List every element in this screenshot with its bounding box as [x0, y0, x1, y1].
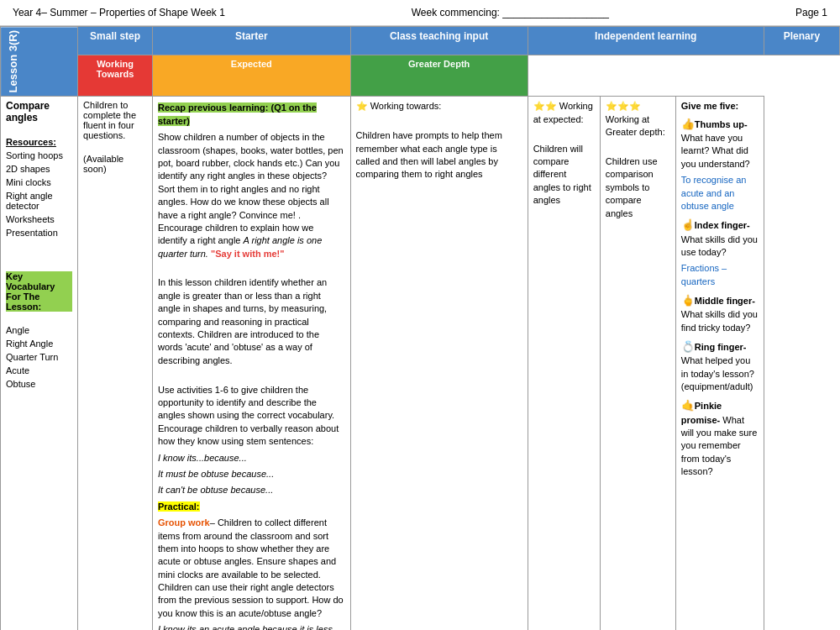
pinkie-icon: 🤙: [681, 399, 695, 412]
col-plenary: Plenary: [764, 27, 839, 55]
recap-body: Show children a number of objects in the…: [158, 131, 345, 260]
resource-presentation: Presentation: [6, 228, 72, 238]
starter-note: (Available soon): [83, 154, 147, 174]
stem3: It can't be obtuse because...: [158, 484, 345, 496]
recap-label: Recap previous learning: (Q1 on the star…: [158, 102, 317, 125]
plenary-pinkie: 🤙Pinkie promise- What will you make sure…: [681, 398, 759, 478]
thumb-link: To recognise an acute and an obtuse angl…: [681, 174, 759, 213]
col-class-teaching: Class teaching input: [350, 27, 528, 55]
resource-worksheets: Worksheets: [6, 214, 72, 224]
header-middle: Week commencing: ___________________: [412, 7, 609, 18]
vocab-quarter-turn: Quarter Turn: [6, 352, 72, 362]
resource-mini-clocks: Mini clocks: [6, 177, 72, 187]
gd-body: Children use comparison symbols to compa…: [606, 155, 670, 220]
small-step-cell: Compare angles Resources: Sorting hoops …: [1, 97, 78, 630]
col-small-step: Small step: [78, 27, 153, 55]
index-icon: ☝️: [681, 218, 695, 231]
resource-sorting-hoops: Sorting hoops: [6, 150, 72, 160]
starter-text: Children to complete the fluent in four …: [83, 100, 147, 140]
lesson-label: Lesson 3(R): [1, 27, 78, 97]
col-starter: Starter: [153, 27, 351, 55]
group-work: Group work– Children to collect differen…: [158, 517, 345, 620]
stem2: It must be obtuse because...: [158, 468, 345, 480]
header-right: Page 1: [795, 7, 827, 18]
wt-star: ⭐: [356, 101, 368, 111]
exp-stars: ⭐⭐: [533, 101, 557, 111]
working-towards-cell: ⭐ Working towards: Children have prompts…: [350, 97, 528, 630]
example1: I know its an acute angle because it is …: [158, 623, 345, 630]
plenary-middle: 🖕Middle finger- What skills did you find…: [681, 293, 759, 334]
main-table: Lesson 3(R) Small step Starter Class tea…: [0, 26, 840, 630]
plenary-ring: 💍Ring finger- What helped you in today's…: [681, 339, 759, 393]
vocab-obtuse: Obtuse: [6, 379, 72, 389]
resources-label: Resources:: [6, 137, 72, 147]
thumb-icon: 👍: [681, 118, 695, 130]
starter-cell: Children to complete the fluent in four …: [78, 97, 153, 630]
para3: Use activities 1-6 to give children the …: [158, 384, 345, 449]
wt-body: Children have prompts to help them remem…: [356, 129, 522, 181]
col-greater-depth: Greater Depth: [350, 55, 528, 97]
stem1: I know its...because...: [158, 452, 345, 465]
ring-icon: 💍: [681, 340, 695, 353]
vocab-angle: Angle: [6, 325, 72, 335]
compare-title: Compare angles: [6, 100, 72, 123]
practical-label: Practical:: [158, 501, 200, 512]
middle-icon: 🖕: [681, 294, 695, 307]
key-vocab-label: Key Vocabulary For The Lesson:: [6, 271, 72, 312]
plenary-intro: Give me five:: [681, 100, 759, 113]
exp-body: Children will compare different angles t…: [533, 143, 595, 207]
plenary-cell: Give me five: 👍Thumbs up- What have you …: [675, 97, 764, 630]
expected-cell: ⭐⭐ Working at expected: Children will co…: [528, 97, 600, 630]
index-link: Fractions – quarters: [681, 262, 759, 288]
vocab-acute: Acute: [6, 365, 72, 375]
col-expected: Expected: [153, 55, 351, 97]
gd-stars: ⭐⭐⭐: [606, 101, 641, 111]
resource-right-angle: Right angle detector: [6, 191, 72, 211]
gd-label: Working at Greater depth:: [606, 114, 665, 137]
para2: In this lesson children identify whether…: [158, 276, 345, 367]
header-left: Year 4– Summer – Properties of Shape Wee…: [13, 7, 225, 18]
wt-label: Working towards:: [370, 101, 442, 111]
plenary-index: ☝️Index finger- What skills did you use …: [681, 218, 759, 288]
col-independent: Independent learning: [528, 27, 764, 55]
greater-depth-cell: ⭐⭐⭐ Working at Greater depth: Children u…: [600, 97, 675, 630]
plenary-thumb: 👍Thumbs up- What have you learnt? What d…: [681, 117, 759, 213]
vocab-right-angle: Right Angle: [6, 339, 72, 349]
class-teaching-cell: Recap previous learning: (Q1 on the star…: [153, 97, 351, 630]
col-working-towards: Working Towards: [78, 55, 153, 97]
page-header: Year 4– Summer – Properties of Shape Wee…: [0, 0, 840, 26]
resource-2d-shapes: 2D shapes: [6, 164, 72, 174]
